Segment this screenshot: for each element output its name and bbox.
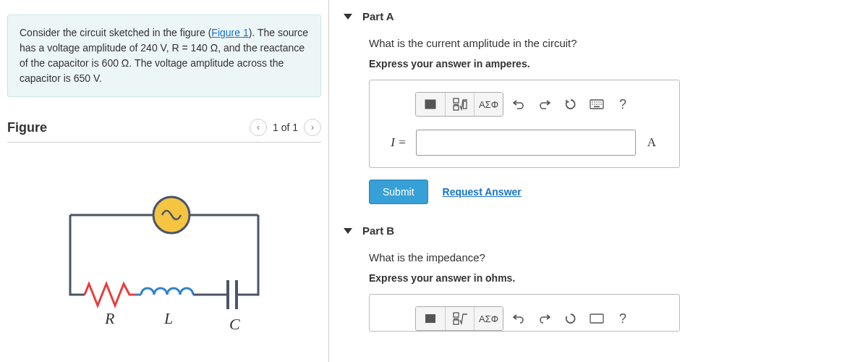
reset-icon (565, 98, 576, 110)
undo-icon (513, 313, 524, 324)
svg-rect-22 (425, 314, 435, 323)
inductor-label: L (163, 309, 173, 327)
figure-area: R L C (7, 172, 321, 338)
svg-rect-9 (463, 101, 467, 109)
svg-rect-5 (425, 100, 435, 109)
circuit-diagram: R L C (48, 172, 280, 338)
toolbar-b: ΑΣΦ ? (381, 306, 668, 331)
svg-rect-21 (594, 106, 600, 108)
keyboard-button-b[interactable] (586, 308, 608, 329)
svg-point-15 (600, 101, 602, 103)
greek-tool-button[interactable]: ΑΣΦ (474, 93, 503, 116)
part-b-header: Part B (344, 224, 854, 237)
answer-input-a[interactable] (416, 130, 636, 156)
part-b-body: What is the impedance? Express your answ… (344, 237, 854, 332)
svg-rect-23 (454, 313, 459, 317)
unit-label-a: A (636, 130, 668, 156)
part-a-label: Part A (362, 10, 394, 22)
redo-button[interactable] (534, 93, 556, 115)
rect-tool-button-b[interactable] (416, 307, 445, 330)
part-b-question: What is the impedance? (369, 251, 854, 264)
svg-rect-6 (454, 98, 459, 103)
help-button[interactable]: ? (612, 93, 634, 115)
action-row-a: Submit Request Answer (369, 180, 854, 204)
problem-statement: Consider the circuit sketched in the fig… (7, 14, 321, 97)
right-panel: Part A What is the current amplitude in … (329, 0, 868, 362)
input-row-a: I = A (381, 130, 668, 156)
rect-icon (425, 99, 436, 109)
undo-button-b[interactable] (508, 308, 529, 329)
svg-point-19 (598, 104, 600, 105)
sqrt-fraction-icon (453, 312, 467, 325)
part-b-instruction: Express your answer in ohms. (369, 272, 854, 284)
part-a-header: Part A (344, 10, 854, 22)
undo-icon (513, 98, 524, 110)
redo-button-b[interactable] (534, 308, 556, 329)
svg-point-20 (600, 104, 602, 105)
figure-header: Figure ‹ 1 of 1 › (7, 119, 321, 143)
collapse-icon[interactable] (344, 14, 352, 20)
svg-rect-8 (454, 106, 459, 110)
svg-point-17 (594, 104, 595, 105)
toolbar-a: ΑΣΦ ? (381, 92, 668, 117)
resistor-label: R (104, 309, 115, 327)
problem-text-1: Consider the circuit sketched in the fig… (20, 27, 211, 38)
reset-icon (565, 313, 576, 324)
svg-point-14 (598, 101, 600, 103)
part-b-label: Part B (362, 224, 394, 237)
pager-text: 1 of 1 (273, 122, 298, 133)
part-a-question: What is the current amplitude in the cir… (369, 37, 854, 49)
format-group: ΑΣΦ (415, 92, 503, 117)
reset-button[interactable] (560, 93, 582, 115)
svg-point-16 (592, 104, 593, 105)
format-group-b: ΑΣΦ (415, 306, 503, 331)
part-a-body: What is the current amplitude in the cir… (344, 22, 854, 204)
help-button-b[interactable]: ? (612, 308, 634, 329)
request-answer-link-a[interactable]: Request Answer (443, 186, 522, 198)
greek-tool-button-b[interactable]: ΑΣΦ (474, 307, 503, 330)
svg-point-12 (594, 101, 595, 103)
figure-pager: ‹ 1 of 1 › (250, 119, 321, 136)
redo-icon (539, 98, 550, 110)
collapse-icon[interactable] (344, 228, 352, 234)
reset-button-b[interactable] (560, 308, 582, 329)
rect-icon (425, 313, 436, 324)
svg-point-13 (596, 101, 597, 103)
answer-box-a: ΑΣΦ ? I = A (369, 80, 680, 168)
svg-point-18 (596, 104, 597, 105)
template-tool-button-b[interactable] (445, 307, 474, 330)
keyboard-button[interactable] (586, 93, 608, 115)
next-figure-button[interactable]: › (304, 119, 321, 136)
answer-box-b: ΑΣΦ ? (369, 294, 680, 332)
figure-link[interactable]: Figure 1 (211, 27, 248, 38)
variable-label-a: I = (381, 130, 416, 156)
keyboard-icon (590, 313, 604, 324)
figure-title: Figure (7, 120, 47, 135)
svg-point-11 (592, 101, 593, 103)
capacitor-label: C (229, 315, 240, 333)
sqrt-fraction-icon (453, 98, 467, 111)
prev-figure-button[interactable]: ‹ (250, 119, 267, 136)
part-a-instruction: Express your answer in amperes. (369, 58, 854, 70)
redo-icon (539, 313, 550, 324)
rect-tool-button[interactable] (416, 93, 445, 116)
svg-rect-26 (590, 314, 603, 323)
svg-rect-25 (454, 320, 459, 324)
left-panel: Consider the circuit sketched in the fig… (0, 0, 329, 362)
keyboard-icon (590, 99, 604, 109)
template-tool-button[interactable] (445, 93, 474, 116)
submit-button-a[interactable]: Submit (369, 180, 428, 204)
undo-button[interactable] (508, 93, 529, 115)
